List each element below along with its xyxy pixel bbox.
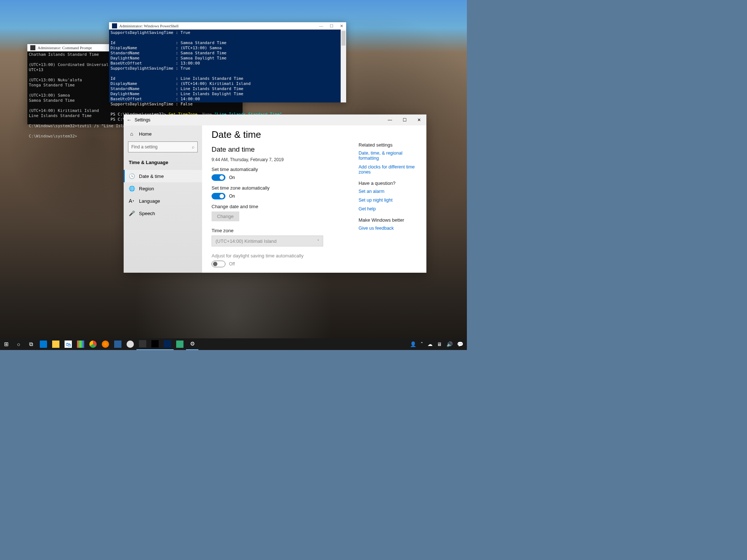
settings-window[interactable]: ← Settings — ☐ ✕ ⌂ Home Find a setting ⌕… [124, 114, 426, 273]
onedrive-icon[interactable]: ☁ [427, 341, 433, 347]
powershell-window[interactable]: Administrator: Windows PowerShell — ☐ ✕ … [109, 22, 346, 102]
start-button[interactable]: ⊞ [0, 338, 12, 350]
nav-home[interactable]: ⌂ Home [124, 128, 202, 140]
mic-icon: 🎤 [129, 210, 135, 216]
tb-photos[interactable] [112, 338, 124, 350]
link-feedback[interactable]: Give us feedback [359, 226, 421, 231]
tb-powershell[interactable] [161, 338, 174, 350]
tb-cmd[interactable] [149, 338, 161, 350]
tray-chevron-icon[interactable]: ˄ [421, 341, 423, 347]
page-heading: Date & time [212, 129, 344, 140]
current-datetime: 9:44 AM, Thursday, February 7, 2019 [212, 157, 344, 162]
gear-icon: ⚙ [190, 341, 195, 347]
timezone-label: Time zone [212, 228, 344, 233]
clock-icon [127, 341, 134, 348]
people-icon[interactable]: 👤 [410, 341, 416, 347]
link-get-help[interactable]: Get help [359, 206, 421, 211]
change-date-label: Change date and time [212, 204, 344, 209]
app-icon [77, 341, 84, 348]
terminal-icon [139, 340, 146, 347]
photos-icon [114, 341, 121, 348]
auto-tz-toggle[interactable]: On [212, 193, 344, 199]
taskbar[interactable]: ⊞ ○ ⧉ 🛍 ⚙ 👤 ˄ ☁ 🖥 🔊 💬 [0, 338, 467, 350]
settings-nav: ⌂ Home Find a setting ⌕ Time & Language … [124, 125, 202, 273]
ps-window-controls: — ☐ ✕ [319, 23, 343, 28]
link-set-alarm[interactable]: Set an alarm [359, 189, 421, 194]
ps-titlebar[interactable]: Administrator: Windows PowerShell — ☐ ✕ [109, 22, 346, 30]
auto-time-toggle[interactable]: On [212, 174, 344, 181]
nav-language[interactable]: A˕ Language [124, 195, 202, 207]
clock-icon: 🕓 [129, 173, 135, 179]
back-button[interactable]: ← [124, 117, 135, 123]
addcal-label: Show additional calendars in the taskbar [212, 272, 344, 273]
dst-label: Adjust for daylight saving time automati… [212, 253, 344, 258]
circle-icon: ○ [17, 341, 20, 347]
store-icon: 🛍 [65, 341, 72, 348]
scrollbar-thumb[interactable] [341, 31, 345, 46]
dst-toggle: Off [212, 261, 344, 267]
tb-edge[interactable] [37, 338, 50, 350]
question-heading: Have a question? [359, 180, 421, 186]
volume-icon[interactable]: 🔊 [446, 341, 453, 347]
link-night-light[interactable]: Set up night light [359, 198, 421, 203]
nav-section-header: Time & Language [124, 156, 202, 168]
tb-app[interactable] [74, 338, 87, 350]
tb-chrome[interactable] [87, 338, 99, 350]
close-button[interactable]: ✕ [412, 114, 426, 125]
settings-titlebar[interactable]: ← Settings — ☐ ✕ [124, 114, 426, 125]
search-input[interactable]: Find a setting ⌕ [128, 141, 198, 152]
auto-time-label: Set time automatically [212, 167, 344, 172]
ps-icon [164, 340, 171, 347]
cmd-title: Administrator: Command Prompt [38, 45, 92, 50]
chrome-icon [89, 341, 97, 348]
toggle-switch-on[interactable] [212, 193, 225, 199]
globe-icon: 🌐 [129, 186, 135, 191]
taskview-icon: ⧉ [29, 341, 33, 347]
windows-icon: ⊞ [4, 341, 9, 347]
link-regional-formatting[interactable]: Date, time, & regional formatting [359, 151, 421, 161]
nav-date-time[interactable]: 🕓 Date & time [124, 170, 202, 182]
cmd-icon [30, 45, 35, 50]
maximize-button[interactable]: ☐ [397, 114, 412, 125]
ps-output[interactable]: SupportsDaylightSavingTime : True Id : S… [109, 30, 346, 123]
link-add-clocks[interactable]: Add clocks for different time zones [359, 164, 421, 175]
nav-speech[interactable]: 🎤 Speech [124, 207, 202, 219]
related-heading: Related settings [359, 142, 421, 148]
tb-firefox[interactable] [99, 338, 112, 350]
better-heading: Make Windows better [359, 217, 421, 223]
maximize-icon[interactable]: ☐ [330, 23, 333, 28]
search-icon: ⌕ [192, 144, 194, 149]
system-tray[interactable]: 👤 ˄ ☁ 🖥 🔊 💬 [406, 341, 467, 347]
timezone-select: (UTC+14:00) Kiritimati Island ˅ [212, 236, 323, 246]
toggle-switch-off [212, 261, 225, 267]
action-center-icon[interactable]: 💬 [457, 341, 463, 347]
settings-main: Date & time Date and time 9:44 AM, Thurs… [202, 125, 353, 273]
cortana-button[interactable]: ○ [12, 338, 25, 350]
tb-explorer[interactable] [50, 338, 62, 350]
tb-store[interactable]: 🛍 [62, 338, 74, 350]
toggle-switch-on[interactable] [212, 174, 225, 181]
tb-clock[interactable] [124, 338, 136, 350]
tb-settings[interactable]: ⚙ [186, 338, 198, 350]
nav-region[interactable]: 🌐 Region [124, 182, 202, 195]
chevron-down-icon: ˅ [317, 239, 319, 243]
settings-window-controls: — ☐ ✕ [383, 114, 426, 125]
change-button: Change [212, 211, 239, 221]
section-heading: Date and time [212, 145, 344, 153]
tb-app2[interactable] [174, 338, 186, 350]
minimize-button[interactable]: — [383, 114, 397, 125]
settings-title: Settings [135, 117, 150, 122]
language-icon: A˕ [129, 198, 135, 204]
network-icon[interactable]: 🖥 [437, 341, 442, 347]
minimize-icon[interactable]: — [319, 23, 323, 28]
ps-title: Administrator: Windows PowerShell [119, 23, 179, 28]
cmd-icon [151, 340, 159, 347]
tb-terminal[interactable] [136, 338, 149, 350]
folder-icon [52, 341, 59, 348]
auto-tz-label: Set time zone automatically [212, 185, 344, 191]
task-view-button[interactable]: ⧉ [25, 338, 37, 350]
close-icon[interactable]: ✕ [340, 23, 343, 28]
ps-icon [112, 23, 117, 28]
ps-scrollbar[interactable] [341, 30, 346, 102]
app-icon [176, 341, 183, 348]
